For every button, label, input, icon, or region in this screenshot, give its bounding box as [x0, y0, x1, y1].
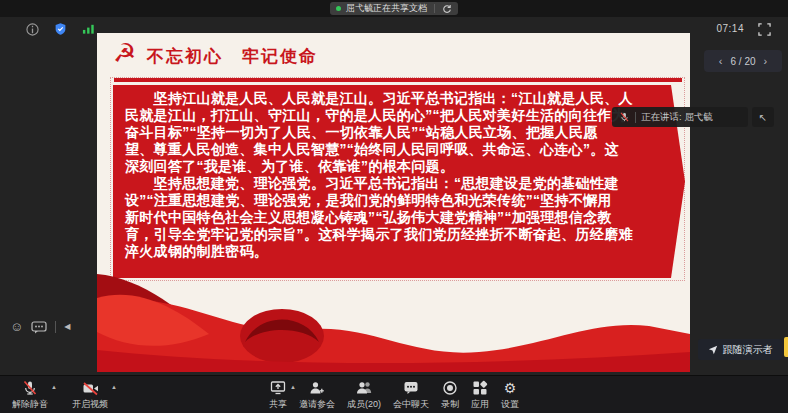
banner-line: 坚持思想建党、理论强党。习近平总书记指出：“思想建设是党的基础性建: [125, 175, 657, 192]
banner-line: 淬火成钢的制胜密码。: [125, 243, 657, 260]
members-icon: [355, 380, 372, 396]
network-signal-icon[interactable]: [80, 21, 96, 37]
fullscreen-icon[interactable]: [758, 22, 772, 36]
divider: [434, 4, 435, 13]
share-screen-icon: [270, 380, 286, 396]
page-navigator: ‹ 6 / 20 ›: [704, 50, 782, 72]
mic-options-caret[interactable]: ▲: [51, 384, 57, 390]
muted-mic-icon: [619, 111, 630, 123]
banner-line: 坚持江山就是人民、人民就是江山。习近平总书记指出：“江山就是人民、人: [125, 90, 657, 107]
meeting-duration: 07:14: [716, 23, 744, 34]
video-options-caret[interactable]: ▲: [111, 384, 117, 390]
invite-button[interactable]: 邀请参会: [299, 380, 335, 411]
party-emblem-icon: ☭: [113, 39, 136, 67]
banner-line: 设”“注重思想建党、理论强党，是我们党的鲜明特色和光荣传统”“坚持不懈用: [125, 192, 657, 209]
unmute-button[interactable]: 解除静音 ▲: [12, 380, 48, 411]
chat-bubble-icon[interactable]: [31, 321, 47, 334]
members-label: 成员(20): [347, 398, 381, 411]
members-button[interactable]: 成员(20): [347, 380, 381, 411]
speaking-label: 正在讲话: 屈弋毓: [641, 111, 713, 124]
settings-label: 设置: [501, 398, 519, 411]
reaction-overlay: ☺ ◀: [10, 320, 70, 334]
record-label: 录制: [441, 398, 459, 411]
start-video-label: 开启视频: [72, 398, 108, 411]
meeting-toolbar: 解除静音 ▲ 开启视频 ▲: [0, 375, 788, 413]
banner-line: 育，引导全党牢记党的宗旨”。这科学揭示了我们党历经挫折不断奋起、历经磨难: [125, 226, 657, 243]
divider: [55, 321, 56, 333]
settings-button[interactable]: ⚙ 设置: [501, 380, 519, 411]
apps-button[interactable]: 应用: [471, 380, 489, 411]
meeting-window: 屈弋毓正在共享文档 07:14 ☭ 不忘初心 牢记使命 坚持江山就是人民、人民: [0, 0, 788, 413]
collapse-panel-icon[interactable]: ◀: [64, 320, 70, 334]
follow-presenter-button[interactable]: 跟随演示者: [698, 339, 782, 360]
cursor-icon: [708, 345, 718, 355]
invite-person-icon: [309, 380, 325, 396]
banner-line: 民就是江山，打江山、守江山，守的是人民的心”“把人民对美好生活的向往作为: [125, 107, 657, 124]
title-underline: [114, 78, 682, 82]
next-page-button[interactable]: ›: [764, 55, 768, 67]
meeting-chat-icon: [403, 380, 419, 396]
side-panel-handle[interactable]: [784, 337, 788, 357]
share-label: 共享: [269, 398, 287, 411]
settings-gear-icon: ⚙: [504, 380, 517, 396]
top-bar: 屈弋毓正在共享文档: [0, 0, 788, 17]
red-banner: 坚持江山就是人民、人民就是江山。习近平总书记指出：“江山就是人民、人 民就是江山…: [113, 85, 685, 278]
sharing-status-pill: 屈弋毓正在共享文档: [330, 2, 458, 15]
record-button[interactable]: 录制: [441, 380, 459, 411]
banner-line: 奋斗目标”“坚持一切为了人民、一切依靠人民”“站稳人民立场、把握人民愿: [125, 124, 657, 141]
shared-slide: ☭ 不忘初心 牢记使命 坚持江山就是人民、人民就是江山。习近平总书记指出：“江山…: [97, 33, 690, 372]
ribbon-graphic: [97, 268, 690, 372]
sharing-active-dot: [336, 6, 341, 11]
camera-off-icon: [82, 380, 99, 396]
speaking-indicator: 正在讲话: 屈弋毓: [612, 107, 748, 127]
refresh-icon[interactable]: [442, 4, 452, 14]
muted-mic-icon: [22, 380, 38, 396]
banner-paragraphs: 坚持江山就是人民、人民就是江山。习近平总书记指出：“江山就是人民、人 民就是江山…: [113, 85, 685, 260]
divider: [635, 112, 636, 123]
prev-page-button[interactable]: ‹: [719, 55, 723, 67]
record-icon: [442, 380, 458, 396]
slide-title: 不忘初心 牢记使命: [147, 45, 318, 68]
security-shield-icon[interactable]: [52, 21, 68, 37]
follow-presenter-label: 跟随演示者: [723, 343, 773, 357]
page-indicator: 6 / 20: [730, 56, 755, 67]
apps-grid-icon: [472, 380, 488, 396]
invite-label: 邀请参会: [299, 398, 335, 411]
sharing-notice-text: 屈弋毓正在共享文档: [346, 2, 427, 15]
chat-button[interactable]: 会中聊天: [393, 380, 429, 411]
share-options-caret[interactable]: ▲: [290, 384, 296, 390]
chat-label: 会中聊天: [393, 398, 429, 411]
start-video-button[interactable]: 开启视频 ▲: [72, 380, 108, 411]
emoji-reaction-icon[interactable]: ☺: [10, 320, 23, 334]
banner-line: 新时代中国特色社会主义思想凝心铸魂”“弘扬伟大建党精神”“加强理想信念教: [125, 209, 657, 226]
collapse-arrow-button[interactable]: ↖: [752, 107, 774, 127]
unmute-label: 解除静音: [12, 398, 48, 411]
banner-line: 深刻回答了“我是谁、为了谁、依靠谁”的根本问题。: [125, 158, 657, 175]
banner-line: 望、尊重人民创造、集中人民智慧”“始终同人民同呼吸、共命运、心连心”。这: [125, 141, 657, 158]
apps-label: 应用: [471, 398, 489, 411]
share-screen-button[interactable]: 共享 ▲: [269, 380, 287, 411]
meeting-info-icon[interactable]: [24, 21, 40, 37]
